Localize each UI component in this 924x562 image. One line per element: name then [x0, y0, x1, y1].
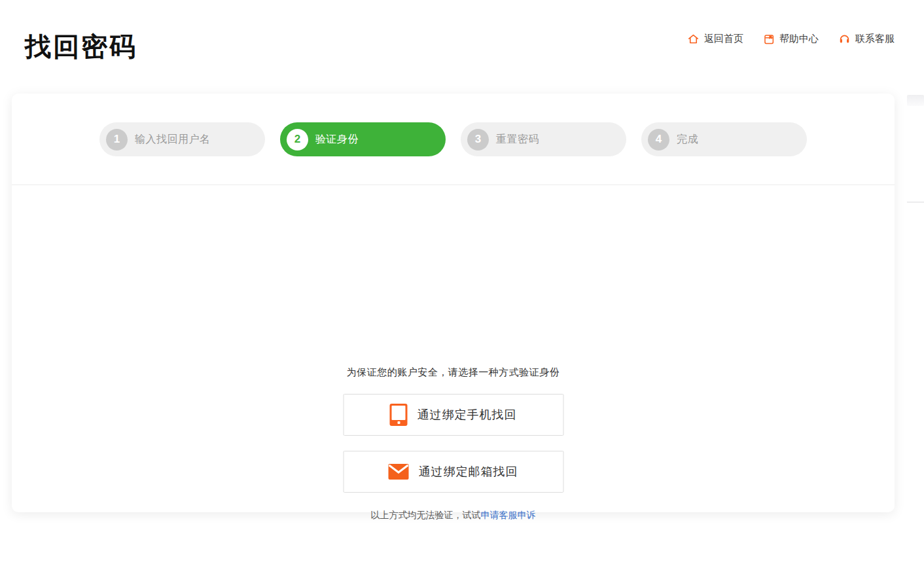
step-number-badge: 2	[287, 129, 308, 150]
page-edge-line	[907, 202, 924, 203]
step-pill-complete: 4 完成	[641, 122, 807, 156]
step-pill-reset-password: 3 重置密码	[461, 122, 626, 156]
password-recovery-card: 1 输入找回用户名 2 验证身份 3 重置密码 4 完成 为保证您的账户安全，请…	[12, 94, 895, 512]
verify-by-phone-label: 通过绑定手机找回	[418, 407, 517, 423]
customer-appeal-link[interactable]: 申请客服申诉	[481, 510, 536, 520]
verify-by-phone-button[interactable]: 通过绑定手机找回	[343, 394, 563, 436]
nav-return-home[interactable]: 返回首页	[687, 33, 743, 45]
nav-help-center[interactable]: 帮助中心	[763, 33, 819, 45]
step-number-badge: 3	[467, 129, 489, 150]
page-title: 找回密码	[25, 29, 137, 65]
verify-by-email-label: 通过绑定邮箱找回	[419, 464, 518, 480]
fallback-hint-text: 以上方式均无法验证，试试	[371, 510, 481, 520]
home-icon	[687, 33, 700, 45]
nav-contact-support-label: 联系客服	[855, 33, 895, 45]
nav-help-center-label: 帮助中心	[779, 33, 819, 45]
headset-icon	[838, 33, 851, 45]
step-label: 输入找回用户名	[135, 133, 211, 147]
card-divider	[12, 184, 895, 185]
step-pill-verify-identity: 2 验证身份	[280, 122, 446, 156]
step-number-badge: 1	[106, 129, 128, 150]
help-center-icon	[763, 33, 775, 45]
nav-return-home-label: 返回首页	[704, 33, 743, 45]
verify-instruction: 为保证您的账户安全，请选择一种方式验证身份	[12, 366, 895, 379]
step-pill-enter-username: 1 输入找回用户名	[99, 122, 265, 156]
step-label: 完成	[677, 133, 698, 147]
verify-by-email-button[interactable]: 通过绑定邮箱找回	[343, 451, 563, 493]
fallback-hint: 以上方式均无法验证，试试申请客服申诉	[12, 510, 895, 521]
page-edge-artifact	[907, 95, 924, 106]
envelope-icon	[389, 464, 409, 480]
step-wizard: 1 输入找回用户名 2 验证身份 3 重置密码 4 完成	[12, 122, 895, 156]
nav-contact-support[interactable]: 联系客服	[838, 33, 895, 45]
step-number-badge: 4	[648, 129, 669, 150]
phone-icon	[390, 404, 408, 426]
step-label: 重置密码	[496, 133, 539, 147]
top-nav: 返回首页 帮助中心 联系客服	[687, 33, 895, 45]
step-label: 验证身份	[315, 133, 359, 147]
